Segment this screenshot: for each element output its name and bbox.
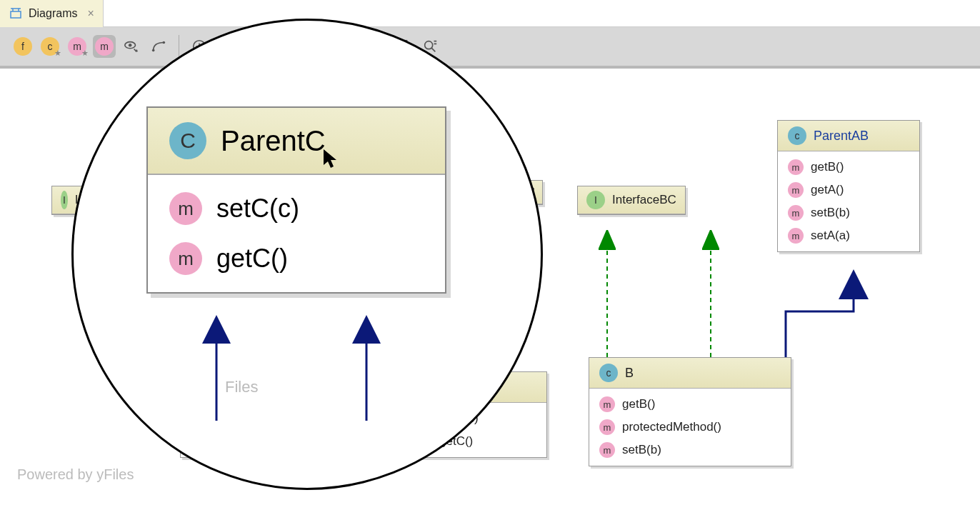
method-icon: m xyxy=(599,442,615,458)
class-name: B xyxy=(625,366,634,381)
member-row[interactable]: msetC(c) xyxy=(148,184,445,234)
magnifier-lens: C ParentC msetC(c) mgetC() Files xyxy=(71,19,543,490)
members: mgetB() mprotectedMethod() msetB(b) xyxy=(589,389,791,466)
method-icon: m xyxy=(788,159,804,175)
methods-filter-button[interactable]: m xyxy=(66,35,89,58)
members: msetC(c) mgetC() xyxy=(148,175,445,292)
svg-marker-24 xyxy=(352,315,381,344)
methods-all-button[interactable]: m xyxy=(93,35,116,58)
fields-icon: f xyxy=(14,37,32,56)
member-row[interactable]: mgetB() xyxy=(589,393,791,416)
toolbar-separator xyxy=(179,35,179,58)
constructor-icon: c xyxy=(41,37,59,56)
member-row[interactable]: msetB(b) xyxy=(778,201,919,224)
class-name: ParentC xyxy=(221,125,326,157)
member-row[interactable]: mgetA() xyxy=(778,179,919,201)
members: mgetB() mgetA() msetB(b) msetA(a) xyxy=(778,151,919,251)
curved-edge-icon xyxy=(151,39,166,54)
member-row[interactable]: mprotectedMethod() xyxy=(589,416,791,439)
diagram-tab-icon xyxy=(9,6,23,21)
method-star-icon: m xyxy=(68,37,86,56)
member-row[interactable]: msetA(a) xyxy=(778,224,919,247)
svg-point-4 xyxy=(152,49,155,52)
member-row[interactable]: msetB(b) xyxy=(589,439,791,461)
method-icon: m xyxy=(788,205,804,221)
method-icon: m xyxy=(95,37,114,56)
fields-filter-button[interactable]: f xyxy=(11,35,34,58)
interface-icon: I xyxy=(586,191,605,209)
uml-interface-bc[interactable]: I InterfaceBC xyxy=(577,186,686,215)
class-icon: c xyxy=(599,364,618,382)
svg-point-5 xyxy=(163,41,166,44)
uml-parent-ab[interactable]: c ParentAB mgetB() mgetA() msetB(b) mset… xyxy=(777,120,920,252)
method-icon: m xyxy=(169,192,202,225)
method-icon: m xyxy=(788,182,804,198)
member-row[interactable]: mgetB() xyxy=(778,156,919,179)
eye-icon xyxy=(124,39,139,54)
constructors-filter-button[interactable]: c xyxy=(39,35,61,58)
interface-icon: I xyxy=(61,191,68,209)
uml-class-b[interactable]: c B mgetB() mprotectedMethod() msetB(b) xyxy=(589,357,791,466)
class-icon: C xyxy=(169,122,206,159)
method-icon: m xyxy=(169,242,202,275)
tab-label: Diagrams xyxy=(29,7,77,20)
edge-style-button[interactable] xyxy=(147,35,170,58)
tab-diagrams[interactable]: Diagrams × xyxy=(0,0,104,27)
method-icon: m xyxy=(788,228,804,244)
footer-credit: Powered by yFiles xyxy=(17,466,134,483)
watermark-text: Files xyxy=(225,378,258,396)
tab-close-icon[interactable]: × xyxy=(87,7,94,20)
toolbar: f c m m 1:1 xyxy=(0,27,980,69)
svg-marker-22 xyxy=(202,315,231,344)
svg-point-2 xyxy=(129,44,132,47)
svg-rect-0 xyxy=(11,11,21,18)
member-row[interactable]: mgetC() xyxy=(148,234,445,284)
method-icon: m xyxy=(599,396,615,412)
class-name: ParentAB xyxy=(814,129,869,144)
visibility-button[interactable] xyxy=(120,35,143,58)
diagram-canvas[interactable]: I In C I InterfaceBC c ParentAB mgetB() … xyxy=(0,69,980,520)
class-name: InterfaceBC xyxy=(612,193,676,207)
method-icon: m xyxy=(599,419,615,435)
magnified-uml-parent-c[interactable]: C ParentC msetC(c) mgetC() xyxy=(146,106,446,294)
tab-bar: Diagrams × xyxy=(0,0,980,27)
class-icon: c xyxy=(788,126,806,145)
